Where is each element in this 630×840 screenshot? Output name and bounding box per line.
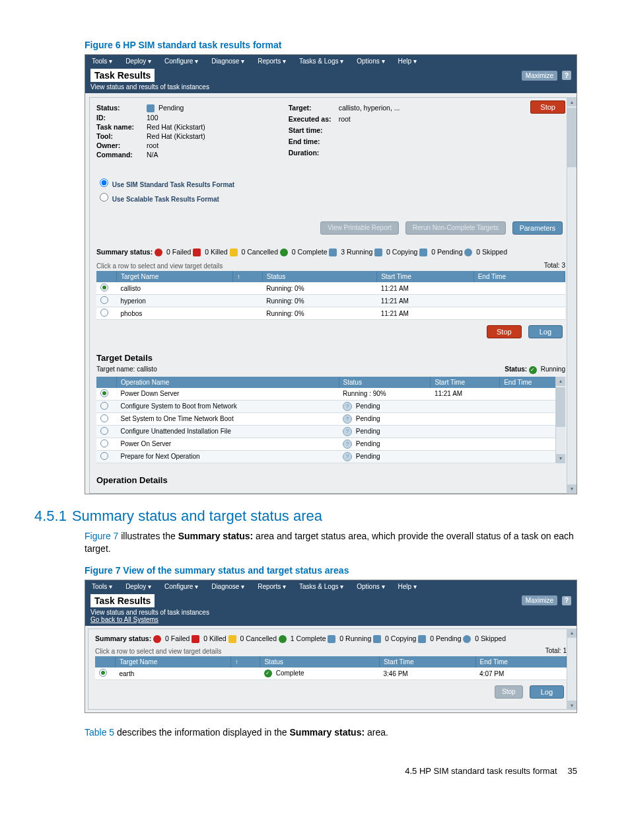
- operations-scrollbar[interactable]: ▴ ▾: [555, 377, 565, 463]
- column-header[interactable]: Status: [262, 271, 376, 282]
- radio-scalable[interactable]: Use Scalable Task Results Format: [96, 190, 565, 204]
- table-row[interactable]: Prepare for Next Operation? Pending: [96, 450, 565, 463]
- operation-details-title: Operation Details: [96, 475, 565, 485]
- row-radio[interactable]: [100, 296, 108, 304]
- view-printable-button[interactable]: View Printable Report: [320, 221, 399, 235]
- column-header[interactable]: Target Name: [116, 656, 231, 668]
- targets-table: Target Name↑StatusStart TimeEnd Time ear…: [95, 656, 567, 680]
- table-row[interactable]: phobosRunning: 0%11:21 AM: [96, 307, 565, 320]
- scroll-thumb[interactable]: [556, 387, 565, 427]
- page-title: Task Results: [90, 69, 155, 82]
- parameters-button[interactable]: Parameters: [512, 221, 563, 235]
- menu-item[interactable]: Options ▾: [350, 580, 391, 593]
- help-icon[interactable]: ?: [562, 71, 571, 80]
- help-icon[interactable]: ?: [562, 596, 571, 605]
- scroll-down-icon[interactable]: ▾: [556, 454, 565, 463]
- menu-item[interactable]: Reports ▾: [251, 580, 293, 593]
- menu-item[interactable]: Tools ▾: [85, 580, 119, 593]
- table-row[interactable]: Power Down ServerRunning : 90%11:21 AM: [96, 388, 565, 401]
- killed-icon: [193, 248, 201, 256]
- stop-button-2[interactable]: Stop: [487, 325, 522, 338]
- scroll-down-icon[interactable]: ▾: [567, 701, 577, 710]
- table-5-paragraph: Table 5 describes the information displa…: [85, 726, 577, 740]
- table-5-link[interactable]: Table 5: [85, 727, 114, 738]
- scroll-up-icon[interactable]: ▴: [567, 629, 577, 638]
- menu-item[interactable]: Tasks & Logs ▾: [293, 580, 350, 593]
- row-radio[interactable]: [100, 427, 108, 435]
- stop-button[interactable]: Stop: [530, 100, 565, 114]
- menu-item[interactable]: Configure ▾: [158, 580, 205, 593]
- complete-icon: [280, 248, 288, 256]
- column-header[interactable]: Target Name: [117, 271, 233, 282]
- scroll-up-icon[interactable]: ▴: [556, 377, 565, 386]
- column-header[interactable]: ↑: [232, 271, 262, 282]
- menu-item[interactable]: Tools ▾: [85, 55, 119, 67]
- pending-icon: [419, 248, 427, 256]
- scroll-thumb[interactable]: [567, 108, 577, 167]
- log-button[interactable]: Log: [530, 685, 564, 699]
- menu-item[interactable]: Tasks & Logs ▾: [293, 55, 350, 67]
- table-row[interactable]: Power On Server? Pending: [96, 438, 565, 450]
- log-button[interactable]: Log: [528, 325, 563, 338]
- column-header[interactable]: Status: [339, 377, 431, 388]
- radio-sim-standard[interactable]: Use SIM Standard Task Results Format: [96, 175, 565, 190]
- menu-item[interactable]: Help ▾: [392, 55, 423, 67]
- target-details-title: Target Details: [96, 353, 565, 363]
- row-radio[interactable]: [99, 669, 107, 677]
- menu-item[interactable]: Diagnose ▾: [205, 55, 251, 67]
- pending-icon: ?: [343, 439, 352, 449]
- table-row[interactable]: Set System to One Time Network Boot? Pen…: [96, 412, 565, 425]
- results-format-radios: Use SIM Standard Task Results Format Use…: [96, 175, 565, 204]
- column-header[interactable]: Start Time: [379, 656, 475, 668]
- menubar: Tools ▾Deploy ▾Configure ▾Diagnose ▾Repo…: [85, 55, 577, 67]
- page-footer: 4.5 HP SIM standard task results format …: [53, 766, 577, 776]
- figure-7-link[interactable]: Figure 7: [85, 531, 118, 541]
- figure-7-title: Figure 7 View of the summary status and …: [85, 565, 577, 576]
- scroll-up-icon[interactable]: ▴: [567, 97, 577, 106]
- maximize-button[interactable]: Maximize: [522, 595, 557, 605]
- table-row[interactable]: callistoRunning: 0%11:21 AM: [96, 282, 565, 295]
- row-radio[interactable]: [100, 452, 108, 460]
- scroll-down-icon[interactable]: ▾: [567, 484, 577, 494]
- column-header[interactable]: Operation Name: [117, 377, 339, 388]
- total-count: Total: 3: [544, 262, 565, 269]
- column-header[interactable]: [95, 656, 116, 668]
- table-row[interactable]: Configure Unattended Installation File? …: [96, 425, 565, 438]
- table-row[interactable]: hyperionRunning: 0%11:21 AM: [96, 295, 565, 307]
- column-header[interactable]: [96, 377, 117, 388]
- column-header[interactable]: Status: [260, 656, 379, 668]
- row-radio[interactable]: [100, 439, 108, 447]
- row-radio[interactable]: [100, 284, 108, 291]
- menubar: Tools ▾Deploy ▾Configure ▾Diagnose ▾Repo…: [85, 580, 577, 593]
- pending-icon: ?: [343, 402, 352, 411]
- column-header[interactable]: Start Time: [377, 271, 474, 282]
- column-header[interactable]: [96, 271, 117, 282]
- row-radio[interactable]: [100, 309, 108, 317]
- menu-item[interactable]: Deploy ▾: [119, 55, 158, 67]
- menu-item[interactable]: Configure ▾: [158, 55, 205, 67]
- menu-item[interactable]: Options ▾: [350, 55, 391, 67]
- menu-item[interactable]: Deploy ▾: [119, 580, 158, 593]
- row-radio[interactable]: [100, 389, 108, 397]
- row-radio[interactable]: [100, 414, 108, 422]
- section-heading: 4.5.1Summary status and target status ar…: [34, 508, 577, 525]
- column-header[interactable]: End Time: [473, 271, 565, 282]
- click-row-hint: Click a row to select and view target de…: [96, 262, 223, 270]
- stop-button[interactable]: Stop: [495, 685, 523, 699]
- panel-scrollbar[interactable]: ▴ ▾: [567, 97, 577, 494]
- header-subtitle: View status and results of task instance…: [85, 83, 577, 93]
- column-header[interactable]: ↑: [230, 656, 260, 668]
- menu-item[interactable]: Diagnose ▾: [205, 580, 251, 593]
- column-header[interactable]: Start Time: [431, 377, 500, 388]
- maximize-button[interactable]: Maximize: [522, 71, 557, 81]
- menu-item[interactable]: Reports ▾: [251, 55, 293, 67]
- row-radio[interactable]: [100, 402, 108, 410]
- skipped-icon: [464, 248, 472, 256]
- rerun-button[interactable]: Rerun Non-Complete Targets: [405, 221, 506, 235]
- panel-scrollbar[interactable]: ▴ ▾: [567, 629, 577, 710]
- column-header[interactable]: End Time: [475, 656, 566, 668]
- table-row[interactable]: Configure System to Boot from Network? P…: [96, 400, 565, 412]
- table-row[interactable]: earth✓ Complete3:46 PM4:07 PM: [95, 668, 567, 680]
- go-back-link[interactable]: Go back to All Systems: [90, 616, 158, 623]
- menu-item[interactable]: Help ▾: [392, 580, 423, 593]
